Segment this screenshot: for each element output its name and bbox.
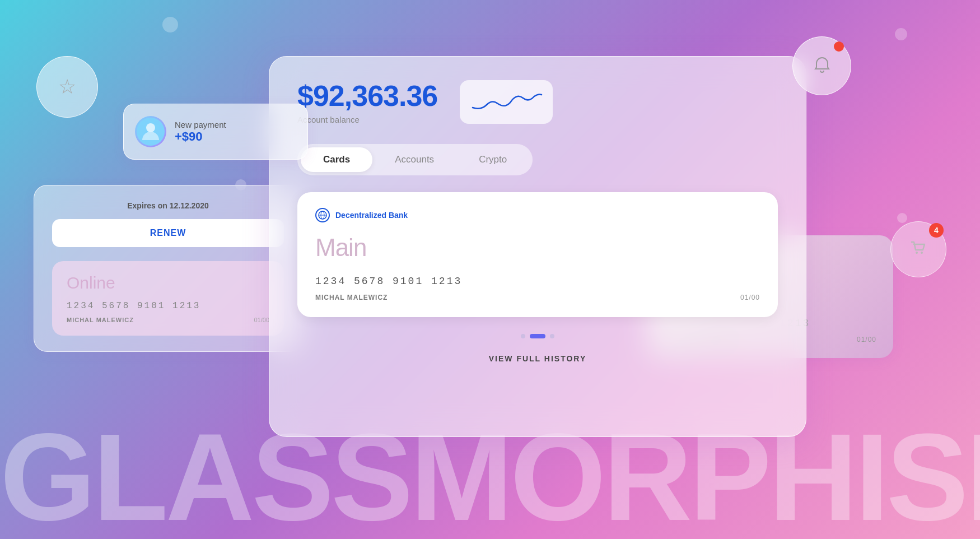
notification-dot bbox=[834, 41, 844, 52]
tab-crypto[interactable]: Crypto bbox=[456, 147, 529, 172]
main-card-title: Main bbox=[315, 234, 760, 262]
tab-accounts[interactable]: Accounts bbox=[372, 147, 456, 172]
cards-area: Decentralized Bank Main 1234 5678 9101 1… bbox=[297, 192, 778, 317]
payment-amount: +$90 bbox=[175, 129, 226, 144]
main-card-footer: MICHAL MALEWICZ 01/00 bbox=[315, 294, 760, 301]
main-card-holder: MICHAL MALEWICZ bbox=[315, 294, 388, 301]
balance-amount: $92,363.36 bbox=[297, 79, 437, 113]
main-panel: $92,363.36 Account balance Cards Account… bbox=[269, 56, 806, 437]
main-card-bank-name: Decentralized Bank bbox=[335, 211, 408, 220]
deco-circle-3 bbox=[897, 213, 907, 223]
payment-notification: New payment +$90 bbox=[123, 104, 308, 160]
payment-label: New payment bbox=[175, 120, 226, 129]
payment-text: New payment +$90 bbox=[175, 120, 226, 144]
balance-label: Account balance bbox=[297, 115, 437, 124]
svg-point-0 bbox=[916, 252, 918, 254]
main-card: Decentralized Bank Main 1234 5678 9101 1… bbox=[297, 192, 778, 317]
online-card-holder: MICHAL MALEWICZ bbox=[67, 317, 134, 323]
deco-circle-1 bbox=[162, 17, 178, 32]
tabs-container: Cards Accounts Crypto bbox=[297, 144, 533, 175]
online-card-footer: MICHAL MALEWICZ 01/00 bbox=[67, 317, 269, 323]
mini-chart bbox=[460, 80, 553, 124]
main-card-bank-icon bbox=[315, 208, 330, 222]
dot-2-active[interactable] bbox=[530, 334, 545, 338]
notification-circle[interactable] bbox=[792, 36, 851, 95]
expires-text: Expires on 12.12.2020 bbox=[52, 201, 284, 210]
star-icon: ☆ bbox=[58, 75, 76, 99]
left-card-panel: Expires on 12.12.2020 RENEW Online 1234 … bbox=[34, 185, 302, 352]
svg-point-3 bbox=[146, 123, 155, 132]
online-card-title: Online bbox=[67, 273, 269, 292]
online-card: Online 1234 5678 9101 1213 MICHAL MALEWI… bbox=[52, 261, 284, 336]
renew-button[interactable]: RENEW bbox=[52, 219, 284, 247]
main-card-number: 1234 5678 9101 1213 bbox=[315, 276, 760, 287]
online-card-expiry: 01/00 bbox=[254, 317, 269, 323]
deco-circle-4 bbox=[895, 28, 907, 40]
main-card-expiry: 01/00 bbox=[740, 294, 760, 301]
online-card-number: 1234 5678 9101 1213 bbox=[67, 301, 269, 311]
tab-cards[interactable]: Cards bbox=[301, 147, 372, 172]
dot-1[interactable] bbox=[521, 334, 525, 338]
cart-badge: 4 bbox=[929, 223, 944, 238]
right-card-expiry: 01/00 bbox=[857, 336, 876, 343]
bell-icon bbox=[811, 54, 833, 78]
svg-point-1 bbox=[921, 252, 923, 254]
view-history-button[interactable]: VIEW FULL HISTORY bbox=[297, 338, 778, 379]
balance-section: $92,363.36 Account balance bbox=[297, 79, 778, 124]
star-circle: ☆ bbox=[36, 56, 98, 118]
payment-avatar bbox=[135, 116, 166, 147]
cart-circle[interactable]: 4 bbox=[890, 221, 946, 277]
pagination-dots bbox=[297, 334, 778, 338]
dot-3[interactable] bbox=[550, 334, 554, 338]
balance-info: $92,363.36 Account balance bbox=[297, 79, 437, 124]
cart-icon bbox=[908, 238, 928, 261]
main-card-bank-row: Decentralized Bank bbox=[315, 208, 760, 222]
